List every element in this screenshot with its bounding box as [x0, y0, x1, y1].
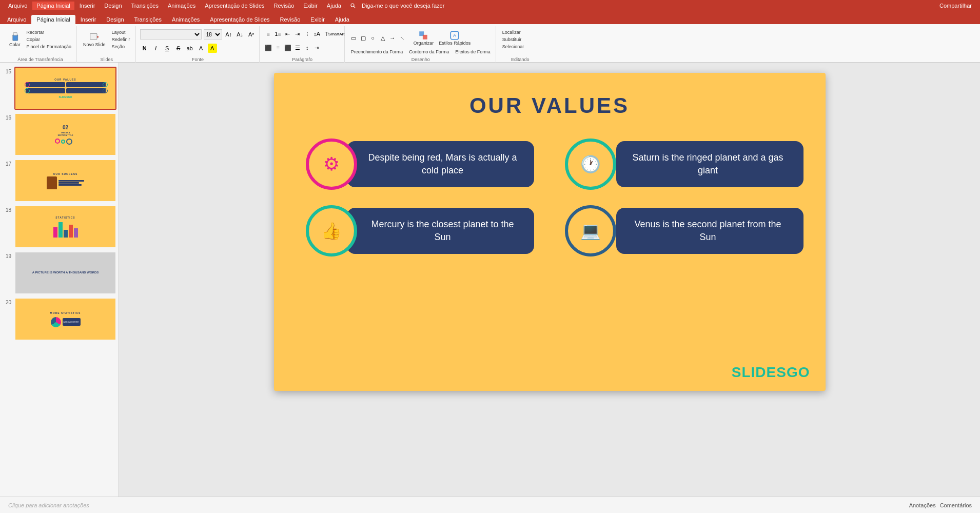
- clipboard-group: Colar Recortar Copiar Pincel de Formataç…: [4, 26, 77, 64]
- mars-text: Despite being red, Mars is actually a co…: [365, 151, 520, 177]
- menu-exibir[interactable]: Exibir: [299, 2, 322, 10]
- menu-animacoes[interactable]: Animações: [164, 2, 200, 10]
- menu-search[interactable]: Diga-me o que você deseja fazer: [346, 1, 453, 11]
- find-button[interactable]: Localizar: [500, 29, 523, 35]
- increase-font-button[interactable]: A↑: [224, 30, 233, 39]
- font-size-select[interactable]: 18 24 36: [204, 29, 222, 40]
- justify-button[interactable]: ☰: [293, 43, 302, 52]
- slide-18-thumb[interactable]: 18 STATISTICS: [2, 205, 116, 248]
- notes-placeholder[interactable]: Clique para adicionar anotações: [8, 502, 89, 508]
- tab-arquivo[interactable]: Arquivo: [2, 15, 31, 24]
- shape-line[interactable]: ⟍: [398, 33, 407, 43]
- strikethrough-button[interactable]: S: [174, 44, 183, 53]
- shape-rounded[interactable]: ▢: [359, 33, 368, 43]
- svg-line-1: [354, 7, 355, 8]
- replace-button[interactable]: Substituir: [500, 36, 524, 43]
- columns-button[interactable]: ⫶: [303, 29, 312, 38]
- text-direction-button[interactable]: ↕A: [312, 29, 322, 38]
- mercury-circle: [306, 205, 357, 256]
- slide-17-img[interactable]: OUR SUCCESS: [14, 159, 116, 202]
- line-spacing-button[interactable]: ↕: [303, 43, 312, 52]
- shape-arrow[interactable]: →: [388, 33, 397, 43]
- share-button[interactable]: Compartilhar: [935, 2, 976, 10]
- slide-20-thumb[interactable]: 20 MORE STATISTICS LANGUAGE CENTER: [2, 298, 116, 341]
- shape-oval[interactable]: ○: [368, 33, 378, 43]
- text-shadow-button[interactable]: ab: [185, 44, 194, 53]
- highlight-button[interactable]: A: [208, 44, 217, 53]
- menu-arquivo[interactable]: Arquivo: [4, 2, 31, 10]
- new-slide-button[interactable]: Novo Slide: [81, 31, 108, 48]
- notes-right-controls: Anotações Comentários: [909, 502, 972, 508]
- bold-button[interactable]: N: [140, 44, 149, 53]
- italic-button[interactable]: I: [151, 44, 161, 53]
- slide-15-thumb[interactable]: 15 OUR VALUES SLIDESGO: [2, 67, 116, 110]
- tab-design[interactable]: Design: [101, 15, 129, 24]
- svg-rect-3: [13, 32, 17, 35]
- secao-button[interactable]: Seção: [110, 44, 132, 50]
- font-label: Fonte: [140, 57, 256, 62]
- copy-button[interactable]: Copiar: [25, 36, 74, 43]
- thumbs-up-icon: [321, 221, 342, 241]
- tab-revisao[interactable]: Revisão: [275, 15, 306, 24]
- menu-revisao[interactable]: Revisão: [270, 2, 299, 10]
- paste-button[interactable]: Colar: [7, 31, 23, 48]
- increase-indent-button[interactable]: ⇥: [293, 29, 302, 38]
- tab-pagina-inicial[interactable]: Página Inicial: [31, 15, 75, 24]
- effects-shape-button[interactable]: Efeitos de Forma: [453, 49, 493, 55]
- font-color-button[interactable]: A: [197, 44, 206, 53]
- layout-button[interactable]: Layout: [110, 29, 132, 35]
- svg-rect-4: [90, 33, 96, 40]
- numbering-button[interactable]: 1≡: [273, 29, 283, 38]
- format-painter-button[interactable]: Pincel de Formatação: [25, 44, 74, 50]
- slide-19-thumb[interactable]: 19 A PICTURE IS WORTH A THOUSAND WORDS: [2, 251, 116, 294]
- tab-apresentacao[interactable]: Apresentação de Slides: [205, 15, 275, 24]
- align-center-button[interactable]: ≡: [273, 43, 283, 52]
- slide-19-img[interactable]: A PICTURE IS WORTH A THOUSAND WORDS: [14, 251, 116, 294]
- align-left-button[interactable]: ⬛: [264, 43, 273, 52]
- arrange-button[interactable]: Organizar: [411, 29, 436, 47]
- tab-transicoes[interactable]: Transições: [129, 15, 167, 24]
- canvas-area[interactable]: OUR VALUES Despite being red, Mars is ac…: [119, 63, 980, 497]
- value-saturn: Saturn is the ringed planet and a gas gi…: [565, 139, 793, 190]
- bullets-button[interactable]: ≡: [264, 29, 273, 38]
- shape-triangle[interactable]: △: [378, 33, 387, 43]
- tab-inserir[interactable]: Inserir: [75, 15, 102, 24]
- underline-button[interactable]: S: [163, 44, 172, 53]
- redefinir-button[interactable]: Redefinir: [110, 36, 132, 43]
- notes-button[interactable]: Anotações: [909, 502, 936, 508]
- comments-button[interactable]: Comentários: [940, 502, 972, 508]
- value-venus: Venus is the second planet from the Sun: [565, 205, 793, 256]
- menu-transicoes[interactable]: Transições: [127, 2, 163, 10]
- indent-button[interactable]: ⇥: [312, 43, 322, 52]
- tab-ajuda[interactable]: Ajuda: [330, 15, 355, 24]
- venus-text-box: Venus is the second planet from the Sun: [616, 208, 803, 254]
- tab-exibir[interactable]: Exibir: [305, 15, 330, 24]
- slide-16-thumb[interactable]: 16 02 THIS IS ASECTION TITLE: [2, 113, 116, 156]
- menu-design[interactable]: Design: [100, 2, 126, 10]
- select-button[interactable]: Selecionar: [500, 44, 526, 50]
- menu-ajuda[interactable]: Ajuda: [323, 2, 345, 10]
- shape-rect[interactable]: ▭: [349, 33, 358, 43]
- gear-icon: [323, 153, 340, 175]
- font-group: 18 24 36 A↑ A↓ Aᵃ N I S S ab A A Fonte: [137, 26, 260, 64]
- font-family-select[interactable]: [140, 29, 202, 40]
- menu-pagina-inicial[interactable]: Página Inicial: [32, 2, 74, 10]
- decrease-indent-button[interactable]: ⇤: [283, 29, 292, 38]
- menu-apresentacao[interactable]: Apresentação de Slides: [201, 2, 268, 10]
- outline-shape-button[interactable]: Contorno da Forma: [407, 49, 451, 55]
- menu-inserir[interactable]: Inserir: [75, 2, 100, 10]
- quick-styles-button[interactable]: A Estilos Rápidos: [437, 29, 473, 47]
- clear-format-button[interactable]: Aᵃ: [247, 30, 256, 39]
- slide-20-num: 20: [2, 298, 11, 305]
- cut-button[interactable]: Recortar: [25, 29, 74, 35]
- tab-animacoes[interactable]: Animações: [167, 15, 205, 24]
- slide-20-img[interactable]: MORE STATISTICS LANGUAGE CENTER: [14, 298, 116, 341]
- slide-17-thumb[interactable]: 17 OUR SUCCESS: [2, 159, 116, 202]
- fill-shape-button[interactable]: Preenchimento da Forma: [349, 49, 405, 55]
- align-right-button[interactable]: ⬛: [283, 43, 292, 52]
- decrease-font-button[interactable]: A↓: [236, 30, 245, 39]
- slide-18-img[interactable]: STATISTICS: [14, 205, 116, 248]
- convert-smartart-button[interactable]: SmartArt: [332, 29, 341, 38]
- slide-15-img[interactable]: OUR VALUES SLIDESGO: [14, 67, 116, 110]
- slide-16-img[interactable]: 02 THIS IS ASECTION TITLE: [14, 113, 116, 156]
